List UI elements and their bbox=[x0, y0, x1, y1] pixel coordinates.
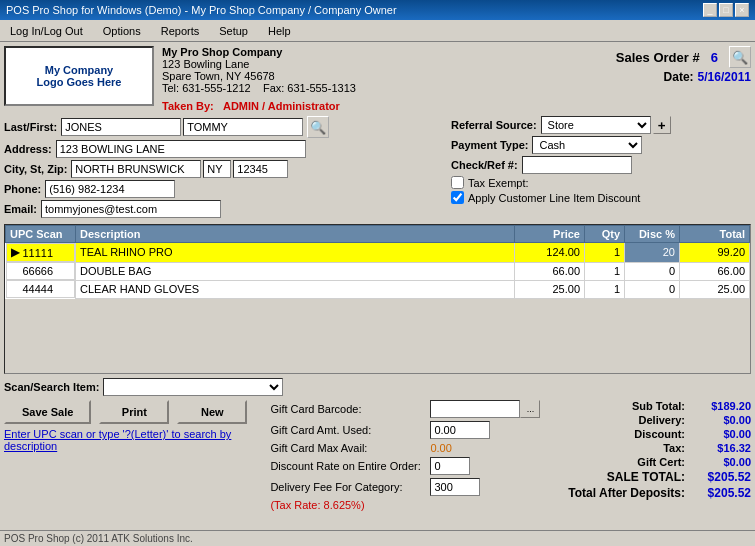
taken-by-value: ADMIN / Administrator bbox=[223, 100, 340, 112]
row-description: CLEAR HAND GLOVES bbox=[76, 280, 515, 298]
scan-search-label: Scan/Search Item: bbox=[4, 381, 99, 393]
sub-total-row: Sub Total: $189.20 bbox=[546, 400, 751, 412]
sales-order-number: 6 bbox=[711, 50, 718, 65]
tax-exempt-checkbox[interactable] bbox=[451, 176, 464, 189]
company-logo: My Company Logo Goes Here bbox=[4, 46, 154, 106]
row-description: TEAL RHINO PRO bbox=[76, 243, 515, 263]
col-header-upc: UPC Scan bbox=[6, 226, 76, 243]
city-input[interactable] bbox=[71, 160, 201, 178]
menu-options[interactable]: Options bbox=[97, 23, 147, 39]
address-input[interactable] bbox=[56, 140, 306, 158]
gift-amt-used-input[interactable] bbox=[430, 421, 490, 439]
col-header-description: Description bbox=[76, 226, 515, 243]
gift-cert-row: Gift Cert: $0.00 bbox=[546, 456, 751, 468]
status-bar: POS Pro Shop (c) 2011 ATK Solutions Inc. bbox=[0, 530, 755, 546]
col-header-price: Price bbox=[515, 226, 585, 243]
gift-barcode-label: Gift Card Barcode: bbox=[270, 403, 430, 415]
discount-rate-input[interactable] bbox=[430, 457, 470, 475]
title-bar-buttons: _ □ × bbox=[703, 3, 749, 17]
gift-max-avail-value: 0.00 bbox=[430, 442, 451, 454]
scan-row: Scan/Search Item: bbox=[4, 378, 751, 396]
menu-setup[interactable]: Setup bbox=[213, 23, 254, 39]
gift-barcode-row: Gift Card Barcode: ... bbox=[270, 400, 540, 418]
upc-hint-link[interactable]: Enter UPC scan or type '?(Letter)' to se… bbox=[4, 428, 231, 452]
tax-value: $16.32 bbox=[691, 442, 751, 454]
left-bottom: Save Sale Print New Enter UPC scan or ty… bbox=[4, 400, 264, 452]
maximize-button[interactable]: □ bbox=[719, 3, 733, 17]
row-qty: 1 bbox=[585, 243, 625, 263]
table-row[interactable]: 44444 CLEAR HAND GLOVES 25.00 1 0 25.00 bbox=[6, 280, 750, 298]
gift-barcode-browse-button[interactable]: ... bbox=[520, 400, 540, 418]
row-qty: 1 bbox=[585, 280, 625, 298]
action-buttons-row: Save Sale Print New bbox=[4, 400, 264, 424]
referral-source-label: Referral Source: bbox=[451, 119, 537, 131]
menu-help[interactable]: Help bbox=[262, 23, 297, 39]
delivery-fee-input[interactable] bbox=[430, 478, 480, 496]
row-price: 124.00 bbox=[515, 243, 585, 263]
row-disc: 0 bbox=[625, 280, 680, 298]
row-upc: ▶ 11111 bbox=[6, 243, 76, 262]
taken-by-label: Taken By: bbox=[162, 100, 214, 112]
check-ref-label: Check/Ref #: bbox=[451, 159, 518, 171]
row-upc: 44444 bbox=[6, 280, 76, 298]
right-form: Referral Source: Store + Payment Type: C… bbox=[451, 116, 751, 220]
after-deposits-label: Total After Deposits: bbox=[546, 486, 685, 500]
zip-input[interactable] bbox=[233, 160, 288, 178]
state-input[interactable] bbox=[203, 160, 231, 178]
sale-total-row: SALE TOTAL: $205.52 bbox=[546, 470, 751, 484]
last-name-input[interactable] bbox=[61, 118, 181, 136]
referral-source-add-button[interactable]: + bbox=[653, 116, 671, 134]
referral-source-select[interactable]: Store bbox=[541, 116, 651, 134]
taken-by-row: Taken By: ADMIN / Administrator bbox=[162, 100, 616, 112]
sales-order-search-button[interactable]: 🔍 bbox=[729, 46, 751, 68]
sub-total-label: Sub Total: bbox=[546, 400, 685, 412]
sale-total-value: $205.52 bbox=[691, 470, 751, 484]
company-phone-fax: Tel: 631-555-1212 Fax: 631-555-1313 bbox=[162, 82, 616, 94]
scan-search-input[interactable] bbox=[103, 378, 283, 396]
new-button[interactable]: New bbox=[177, 400, 247, 424]
payment-type-row: Payment Type: Cash bbox=[451, 136, 751, 154]
table-row[interactable]: 66666 DOUBLE BAG 66.00 1 0 66.00 bbox=[6, 262, 750, 280]
apply-discount-checkbox[interactable] bbox=[451, 191, 464, 204]
after-deposits-value: $205.52 bbox=[691, 486, 751, 500]
gift-barcode-input[interactable] bbox=[430, 400, 520, 418]
check-ref-input[interactable] bbox=[522, 156, 632, 174]
row-disc: 20 bbox=[625, 243, 680, 263]
gift-amt-used-label: Gift Card Amt. Used: bbox=[270, 424, 430, 436]
row-upc: 66666 bbox=[6, 262, 76, 280]
customer-search-button[interactable]: 🔍 bbox=[307, 116, 329, 138]
table-row[interactable]: ▶ 11111 TEAL RHINO PRO 124.00 1 20 99.20 bbox=[6, 243, 750, 263]
first-name-input[interactable] bbox=[183, 118, 303, 136]
sub-total-value: $189.20 bbox=[691, 400, 751, 412]
gift-cert-value: $0.00 bbox=[691, 456, 751, 468]
company-fax: Fax: 631-555-1313 bbox=[263, 82, 356, 94]
city-state-zip-label: City, St, Zip: bbox=[4, 163, 67, 175]
close-button[interactable]: × bbox=[735, 3, 749, 17]
email-input[interactable] bbox=[41, 200, 221, 218]
sales-order-date-row: Date: 5/16/2011 bbox=[664, 70, 751, 84]
header-section: My Company Logo Goes Here My Pro Shop Co… bbox=[4, 46, 751, 112]
payment-type-label: Payment Type: bbox=[451, 139, 528, 151]
discount-value: $0.00 bbox=[691, 428, 751, 440]
row-total: 99.20 bbox=[680, 243, 750, 263]
phone-input[interactable] bbox=[45, 180, 175, 198]
save-sale-button[interactable]: Save Sale bbox=[4, 400, 91, 424]
row-qty: 1 bbox=[585, 262, 625, 280]
title-bar: POS Pro Shop for Windows (Demo) - My Pro… bbox=[0, 0, 755, 20]
order-table: UPC Scan Description Price Qty Disc % To… bbox=[5, 225, 750, 299]
address-row: Address: bbox=[4, 140, 443, 158]
row-description: DOUBLE BAG bbox=[76, 262, 515, 280]
menu-reports[interactable]: Reports bbox=[155, 23, 206, 39]
company-city-state-zip: Spare Town, NY 45678 bbox=[162, 70, 616, 82]
address-label: Address: bbox=[4, 143, 52, 155]
minimize-button[interactable]: _ bbox=[703, 3, 717, 17]
row-total: 25.00 bbox=[680, 280, 750, 298]
payment-type-select[interactable]: Cash bbox=[532, 136, 642, 154]
menu-login-logout[interactable]: Log In/Log Out bbox=[4, 23, 89, 39]
bottom-section: Save Sale Print New Enter UPC scan or ty… bbox=[4, 400, 751, 511]
apply-discount-label: Apply Customer Line Item Discount bbox=[468, 192, 640, 204]
check-ref-row: Check/Ref #: bbox=[451, 156, 751, 174]
print-button[interactable]: Print bbox=[99, 400, 169, 424]
gift-cert-label: Gift Cert: bbox=[546, 456, 685, 468]
apply-discount-row: Apply Customer Line Item Discount bbox=[451, 191, 751, 204]
